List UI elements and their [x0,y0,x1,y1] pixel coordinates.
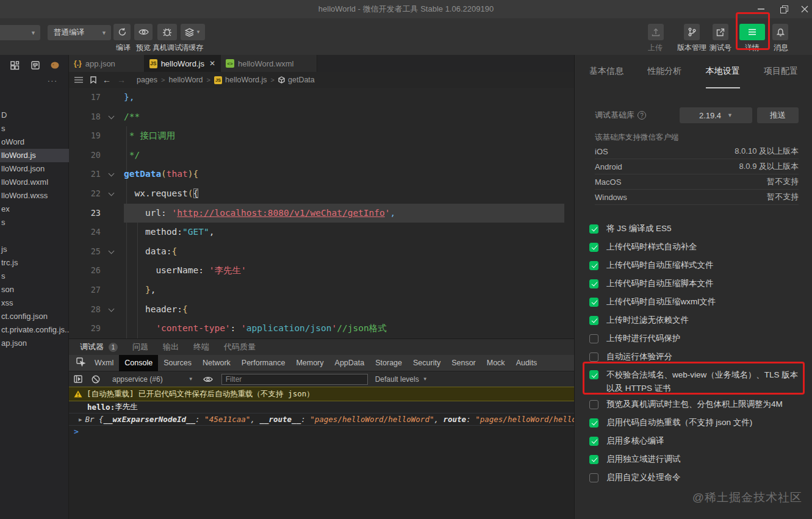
devtools-tab-wxml[interactable]: Wxml [89,355,119,371]
checkbox[interactable] [589,418,598,428]
file-row-selected[interactable]: lloWord.js [0,149,69,162]
file-row[interactable]: js [0,243,69,256]
close-button[interactable] [794,0,812,18]
breadcrumb-file[interactable]: helloWord.js [225,76,267,84]
devtools-tab-mock[interactable]: Mock [481,355,511,371]
fold-icon[interactable] [101,300,124,320]
tab-output[interactable]: 输出 [163,342,179,353]
file-row[interactable] [0,229,69,243]
fold-icon[interactable] [101,242,124,262]
clear-console-icon[interactable] [92,375,100,384]
device-dropdown[interactable]: ▼ [0,25,40,40]
devtools-tab-memory[interactable]: Memory [290,355,329,371]
folder-row[interactable]: s [0,216,69,229]
file-row[interactable]: trc.js [0,256,69,270]
messages-button[interactable] [772,24,788,40]
sidebar-toggle-icon[interactable] [74,375,82,383]
file-row[interactable]: lloWord.wxml [0,176,69,189]
folder-row[interactable]: oWord [0,135,69,149]
tab-project-config[interactable]: 项目配置 [764,55,798,88]
debugger-toggle-icon[interactable] [50,61,60,72]
log-levels-dropdown[interactable]: Default levels▼ [375,375,428,384]
tab-app-json[interactable]: {.} app.json [69,55,145,72]
close-tab-icon[interactable]: ✕ [209,59,215,68]
setting-isolated-context[interactable]: 启用独立域进行调试 [589,450,804,468]
setting-package-limit-4m[interactable]: 预览及真机调试时主包、分包体积上限调整为4M [589,395,804,413]
folder-row[interactable]: ex [0,202,69,216]
console-object-row[interactable]: ▶Br {__wxExparserNodeId__: "45e11caa", _… [69,413,574,426]
checkbox[interactable] [589,473,598,482]
library-version-dropdown[interactable]: 2.19.4▼ [680,107,752,123]
inspect-element-icon[interactable] [76,357,85,368]
compile-mode-dropdown[interactable]: 普通编译 ▼ [48,25,111,40]
devtools-tab-sensor[interactable]: Sensor [446,355,481,371]
fold-icon[interactable] [101,165,124,184]
clear-cache-button[interactable]: ▼ [181,24,205,40]
push-button[interactable]: 推送 [757,107,799,123]
explorer-more-button[interactable]: ... [48,74,58,84]
checkbox[interactable] [589,353,598,362]
setting-compress-script[interactable]: 上传代码时自动压缩脚本文件 [589,274,804,293]
checkbox[interactable] [589,437,598,446]
setting-filter-unused[interactable]: 上传时过滤无依赖文件 [589,311,804,329]
expand-arrow-icon[interactable]: ▶ [79,417,82,423]
tab-helloword-wxml[interactable]: <> helloWord.wxml [221,55,317,72]
setting-es5[interactable]: 将 JS 编译成 ES5 [589,220,804,238]
remote-debug-button[interactable] [157,24,177,40]
editor-toggle-icon[interactable] [31,61,40,72]
devtools-tab-network[interactable]: Network [197,355,236,371]
file-row[interactable]: xss [0,296,69,310]
fold-icon[interactable] [101,184,124,204]
checkbox[interactable] [589,224,598,234]
console-filter-input[interactable] [221,374,368,385]
devtools-tab-audits[interactable]: Audits [511,355,543,371]
devtools-tab-appdata[interactable]: AppData [329,355,370,371]
file-row[interactable]: ct.config.json [0,310,69,323]
setting-code-protect[interactable]: 上传时进行代码保护 [589,329,804,348]
context-dropdown[interactable]: appservice (#6)▼ [112,375,193,384]
compile-button[interactable] [113,24,131,40]
breadcrumb-folder[interactable]: helloWord [169,76,203,84]
fold-icon[interactable] [101,107,124,127]
checkbox[interactable] [589,279,598,288]
tab-helloword-js[interactable]: JS helloWord.js ✕ [145,55,221,72]
back-icon[interactable]: ← [102,75,111,85]
tab-terminal[interactable]: 终端 [193,342,209,353]
version-control-button[interactable] [684,24,700,40]
devtools-tab-storage[interactable]: Storage [370,355,408,371]
file-row[interactable]: ct.private.config.js... [0,323,69,337]
preview-button[interactable] [134,24,153,40]
setting-hot-reload[interactable]: 启用代码自动热重载（不支持 json 文件) [589,413,804,432]
checkbox[interactable] [589,261,598,270]
setting-style-autocomplete[interactable]: 上传代码时样式自动补全 [589,238,804,256]
tab-local-settings[interactable]: 本地设置 [706,55,740,88]
forward-icon[interactable]: → [117,75,126,85]
breadcrumb-pages[interactable]: pages [137,76,157,84]
test-account-button[interactable] [713,24,728,40]
devtools-tab-performance[interactable]: Performance [236,355,291,371]
checkbox[interactable] [589,455,598,464]
file-row[interactable]: ap.json [0,337,69,350]
bookmark-icon[interactable] [90,76,96,84]
tab-code-quality[interactable]: 代码质量 [224,342,256,353]
setting-compress-wxml[interactable]: 上传代码时自动压缩wxml文件 [589,293,804,311]
setting-compress-style[interactable]: 上传代码时自动压缩样式文件 [589,256,804,274]
file-row[interactable]: s [0,270,69,283]
tab-problems[interactable]: 问题 [132,342,148,353]
checkbox[interactable] [589,400,598,409]
tab-performance-analysis[interactable]: 性能分析 [647,55,681,88]
console-prompt[interactable]: > [69,426,574,437]
outline-icon[interactable] [74,77,83,83]
checkbox[interactable] [589,316,598,325]
upload-button[interactable] [648,24,664,40]
live-expression-eye-icon[interactable] [203,376,213,383]
devtools-tab-sources[interactable]: Sources [158,355,197,371]
restore-button[interactable] [773,0,795,18]
checkbox[interactable] [589,298,598,307]
tab-basic-info[interactable]: 基本信息 [589,55,623,88]
checkbox[interactable] [589,243,598,252]
tab-debugger[interactable]: 调试器1 [80,342,118,353]
file-row[interactable]: son [0,283,69,296]
file-row[interactable]: s [0,122,69,135]
simulator-toggle-icon[interactable] [10,61,20,73]
